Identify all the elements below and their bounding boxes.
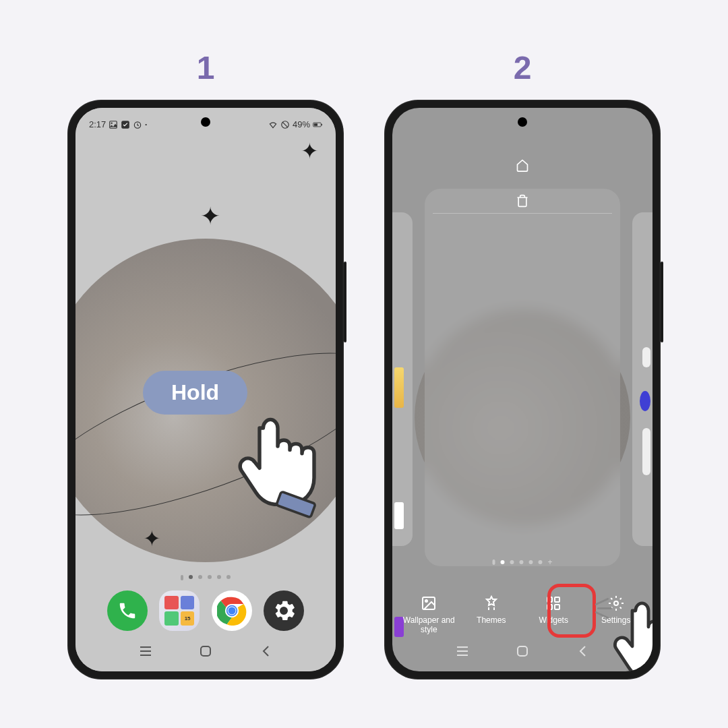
phone-app-icon[interactable]	[107, 590, 148, 631]
wallpaper-label: Wallpaper and style	[398, 615, 459, 634]
svg-point-19	[425, 600, 427, 602]
chrome-app-icon[interactable]	[212, 590, 252, 631]
battery-icon	[313, 120, 322, 129]
camera-notch	[201, 117, 210, 127]
page-indicator: +	[492, 557, 552, 567]
page-dot-active	[189, 575, 193, 579]
home-button[interactable]	[514, 643, 530, 659]
step-1-container: 1 ✦ ✦ ✦ 2:17 •	[67, 49, 344, 679]
panel-preview-left[interactable]	[392, 212, 413, 546]
svg-rect-8	[322, 123, 322, 125]
divider	[433, 213, 612, 214]
no-signal-icon	[280, 120, 290, 129]
panel-preview-right[interactable]	[632, 212, 653, 546]
step-2-label: 2	[514, 49, 532, 86]
page-dot	[538, 560, 542, 564]
recents-button[interactable]	[138, 643, 154, 659]
screen-2: + Wallpaper and style Themes Widgets	[392, 108, 653, 671]
home-button[interactable]	[198, 643, 214, 659]
wallpaper-style-button[interactable]: Wallpaper and style	[398, 595, 459, 634]
home-outline-icon[interactable]	[516, 158, 529, 172]
themes-icon	[483, 595, 499, 611]
svg-rect-29	[647, 667, 653, 671]
page-dot	[226, 575, 231, 579]
page-dot	[528, 560, 533, 564]
sparkle-icon: ✦	[143, 526, 161, 551]
page-dot-active	[500, 560, 504, 564]
navigation-bar	[75, 638, 336, 665]
trash-icon[interactable]	[516, 194, 529, 208]
page-dot	[510, 560, 514, 564]
wallpaper-icon	[421, 595, 437, 611]
svg-point-1	[111, 122, 113, 123]
svg-rect-7	[314, 123, 317, 126]
hand-cursor-icon	[595, 584, 653, 671]
app-dock	[75, 590, 336, 631]
wifi-icon	[268, 120, 278, 129]
page-dot	[208, 575, 212, 579]
recents-button[interactable]	[454, 643, 471, 659]
page-dot	[492, 559, 495, 565]
camera-notch	[518, 117, 527, 127]
add-page-icon[interactable]: +	[547, 557, 552, 567]
sparkle-icon: ✦	[301, 138, 319, 164]
page-indicator	[181, 575, 231, 580]
check-icon	[121, 120, 130, 129]
screen-1: ✦ ✦ ✦ 2:17 • 49%	[75, 108, 336, 671]
settings-app-icon[interactable]	[264, 590, 304, 631]
svg-rect-17	[201, 646, 210, 656]
highlight-box	[547, 584, 596, 638]
themes-label: Themes	[477, 615, 506, 625]
page-dot	[217, 575, 221, 579]
svg-line-5	[282, 121, 288, 127]
phone-frame-2: + Wallpaper and style Themes Widgets	[384, 100, 661, 679]
status-time: 2:17	[89, 119, 106, 129]
step-2-container: 2	[384, 49, 661, 679]
home-panel-preview[interactable]	[425, 189, 620, 566]
page-dot	[181, 575, 183, 580]
page-dot	[519, 560, 523, 564]
status-more-icon: •	[145, 121, 147, 127]
svg-point-13	[228, 607, 235, 614]
themes-button[interactable]: Themes	[461, 595, 522, 634]
image-icon	[109, 120, 118, 129]
sparkle-icon: ✦	[200, 202, 220, 231]
page-dot	[198, 575, 202, 579]
phone-frame-1: ✦ ✦ ✦ 2:17 • 49%	[67, 100, 344, 679]
back-button[interactable]	[257, 643, 274, 659]
svg-rect-28	[518, 646, 527, 656]
hand-cursor-icon	[217, 398, 336, 519]
back-button[interactable]	[574, 643, 590, 659]
status-battery: 49%	[293, 119, 310, 129]
alarm-icon	[133, 120, 142, 129]
step-1-label: 1	[197, 49, 215, 86]
widgets-app-icon[interactable]	[159, 590, 200, 631]
